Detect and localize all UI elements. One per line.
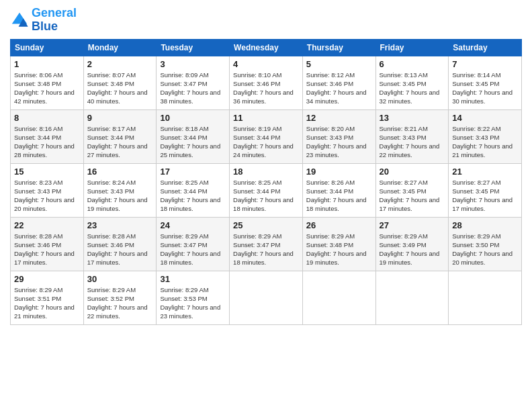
calendar-day-cell: 16Sunrise: 8:24 AMSunset: 3:43 PMDayligh… (83, 163, 157, 217)
calendar-day-cell (302, 271, 375, 324)
calendar-day-cell: 18Sunrise: 8:25 AMSunset: 3:44 PMDayligh… (230, 163, 303, 217)
day-detail: Sunrise: 8:12 AMSunset: 3:46 PMDaylight:… (306, 71, 372, 106)
day-number: 12 (306, 113, 372, 123)
day-detail: Sunrise: 8:23 AMSunset: 3:43 PMDaylight:… (14, 178, 80, 214)
calendar-day-cell: 31Sunrise: 8:29 AMSunset: 3:53 PMDayligh… (157, 271, 230, 324)
calendar-day-cell: 5Sunrise: 8:12 AMSunset: 3:46 PMDaylight… (302, 56, 375, 109)
day-number: 2 (87, 59, 153, 69)
calendar-day-cell: 12Sunrise: 8:20 AMSunset: 3:43 PMDayligh… (302, 109, 375, 163)
day-detail: Sunrise: 8:29 AMSunset: 3:51 PMDaylight:… (14, 285, 80, 321)
calendar-day-cell (375, 271, 449, 324)
calendar-day-cell: 9Sunrise: 8:17 AMSunset: 3:44 PMDaylight… (83, 109, 157, 163)
day-detail: Sunrise: 8:21 AMSunset: 3:43 PMDaylight:… (380, 124, 445, 160)
day-detail: Sunrise: 8:29 AMSunset: 3:52 PMDaylight:… (87, 285, 153, 321)
day-detail: Sunrise: 8:20 AMSunset: 3:43 PMDaylight:… (306, 124, 372, 160)
day-number: 29 (14, 274, 80, 284)
day-number: 13 (380, 113, 445, 123)
day-detail: Sunrise: 8:24 AMSunset: 3:43 PMDaylight:… (87, 178, 153, 214)
calendar-day-cell: 15Sunrise: 8:23 AMSunset: 3:43 PMDayligh… (11, 163, 84, 217)
weekday-header-cell: Wednesday (230, 39, 303, 56)
day-number: 5 (306, 59, 372, 69)
day-detail: Sunrise: 8:06 AMSunset: 3:48 PMDaylight:… (14, 71, 80, 106)
day-number: 24 (160, 220, 226, 230)
calendar-day-cell: 24Sunrise: 8:29 AMSunset: 3:47 PMDayligh… (157, 217, 230, 271)
day-detail: Sunrise: 8:16 AMSunset: 3:44 PMDaylight:… (14, 124, 80, 160)
calendar-day-cell: 1Sunrise: 8:06 AMSunset: 3:48 PMDaylight… (11, 56, 84, 109)
day-number: 23 (87, 220, 153, 230)
day-detail: Sunrise: 8:19 AMSunset: 3:44 PMDaylight:… (233, 124, 299, 160)
calendar-week-row: 22Sunrise: 8:28 AMSunset: 3:46 PMDayligh… (11, 217, 522, 271)
day-number: 20 (380, 167, 445, 177)
calendar-day-cell: 29Sunrise: 8:29 AMSunset: 3:51 PMDayligh… (11, 271, 84, 324)
day-detail: Sunrise: 8:26 AMSunset: 3:44 PMDaylight:… (306, 178, 372, 214)
day-detail: Sunrise: 8:10 AMSunset: 3:46 PMDaylight:… (233, 71, 299, 106)
day-detail: Sunrise: 8:17 AMSunset: 3:44 PMDaylight:… (87, 124, 153, 160)
day-number: 15 (14, 167, 80, 177)
calendar-day-cell: 13Sunrise: 8:21 AMSunset: 3:43 PMDayligh… (375, 109, 449, 163)
calendar-day-cell: 8Sunrise: 8:16 AMSunset: 3:44 PMDaylight… (11, 109, 84, 163)
day-detail: Sunrise: 8:25 AMSunset: 3:44 PMDaylight:… (160, 178, 226, 214)
day-number: 26 (306, 220, 372, 230)
day-number: 30 (87, 274, 153, 284)
day-number: 16 (87, 167, 153, 177)
calendar-day-cell: 14Sunrise: 8:22 AMSunset: 3:43 PMDayligh… (449, 109, 522, 163)
day-number: 28 (452, 220, 518, 230)
day-number: 19 (306, 167, 372, 177)
calendar-day-cell (230, 271, 303, 324)
calendar-day-cell: 25Sunrise: 8:29 AMSunset: 3:47 PMDayligh… (230, 217, 303, 271)
day-number: 7 (452, 59, 518, 69)
weekday-header-cell: Friday (375, 39, 449, 56)
calendar-day-cell: 10Sunrise: 8:18 AMSunset: 3:44 PMDayligh… (157, 109, 230, 163)
logo-icon (10, 11, 29, 30)
calendar-day-cell: 21Sunrise: 8:27 AMSunset: 3:45 PMDayligh… (449, 163, 522, 217)
calendar-week-row: 29Sunrise: 8:29 AMSunset: 3:51 PMDayligh… (11, 271, 522, 324)
day-number: 1 (14, 59, 80, 69)
day-detail: Sunrise: 8:25 AMSunset: 3:44 PMDaylight:… (233, 178, 299, 214)
day-detail: Sunrise: 8:28 AMSunset: 3:46 PMDaylight:… (87, 232, 153, 267)
calendar-day-cell: 17Sunrise: 8:25 AMSunset: 3:44 PMDayligh… (157, 163, 230, 217)
day-detail: Sunrise: 8:27 AMSunset: 3:45 PMDaylight:… (452, 178, 518, 214)
calendar-day-cell: 27Sunrise: 8:29 AMSunset: 3:49 PMDayligh… (375, 217, 449, 271)
calendar-day-cell: 26Sunrise: 8:29 AMSunset: 3:48 PMDayligh… (302, 217, 375, 271)
day-detail: Sunrise: 8:09 AMSunset: 3:47 PMDaylight:… (160, 71, 226, 106)
day-number: 18 (233, 167, 299, 177)
day-detail: Sunrise: 8:28 AMSunset: 3:46 PMDaylight:… (14, 232, 80, 267)
day-number: 25 (233, 220, 299, 230)
day-number: 3 (160, 59, 226, 69)
weekday-header-row: SundayMondayTuesdayWednesdayThursdayFrid… (11, 39, 522, 56)
calendar-day-cell: 2Sunrise: 8:07 AMSunset: 3:48 PMDaylight… (83, 56, 157, 109)
day-detail: Sunrise: 8:29 AMSunset: 3:47 PMDaylight:… (233, 232, 299, 267)
calendar-week-row: 8Sunrise: 8:16 AMSunset: 3:44 PMDaylight… (11, 109, 522, 163)
weekday-header-cell: Saturday (449, 39, 522, 56)
calendar-day-cell: 20Sunrise: 8:27 AMSunset: 3:45 PMDayligh… (375, 163, 449, 217)
day-detail: Sunrise: 8:07 AMSunset: 3:48 PMDaylight:… (87, 71, 153, 106)
calendar-day-cell: 4Sunrise: 8:10 AMSunset: 3:46 PMDaylight… (230, 56, 303, 109)
calendar-day-cell: 6Sunrise: 8:13 AMSunset: 3:45 PMDaylight… (375, 56, 449, 109)
calendar-day-cell: 19Sunrise: 8:26 AMSunset: 3:44 PMDayligh… (302, 163, 375, 217)
weekday-header-cell: Sunday (11, 39, 84, 56)
weekday-header-cell: Thursday (302, 39, 375, 56)
day-number: 21 (452, 167, 518, 177)
day-number: 17 (160, 167, 226, 177)
day-detail: Sunrise: 8:29 AMSunset: 3:50 PMDaylight:… (452, 232, 518, 267)
day-number: 10 (160, 113, 226, 123)
day-detail: Sunrise: 8:27 AMSunset: 3:45 PMDaylight:… (380, 178, 445, 214)
calendar-day-cell: 22Sunrise: 8:28 AMSunset: 3:46 PMDayligh… (11, 217, 84, 271)
calendar-day-cell: 28Sunrise: 8:29 AMSunset: 3:50 PMDayligh… (449, 217, 522, 271)
day-detail: Sunrise: 8:22 AMSunset: 3:43 PMDaylight:… (452, 124, 518, 160)
logo-text: General Blue (32, 7, 77, 34)
day-detail: Sunrise: 8:13 AMSunset: 3:45 PMDaylight:… (380, 71, 445, 106)
day-number: 27 (380, 220, 445, 230)
day-detail: Sunrise: 8:29 AMSunset: 3:53 PMDaylight:… (160, 285, 226, 321)
day-detail: Sunrise: 8:29 AMSunset: 3:47 PMDaylight:… (160, 232, 226, 267)
day-detail: Sunrise: 8:29 AMSunset: 3:49 PMDaylight:… (380, 232, 445, 267)
day-detail: Sunrise: 8:14 AMSunset: 3:45 PMDaylight:… (452, 71, 518, 106)
calendar-day-cell (449, 271, 522, 324)
calendar-day-cell: 3Sunrise: 8:09 AMSunset: 3:47 PMDaylight… (157, 56, 230, 109)
page-container: General Blue SundayMondayTuesdayWednesda… (0, 0, 532, 411)
weekday-header-cell: Monday (83, 39, 157, 56)
calendar-table: SundayMondayTuesdayWednesdayThursdayFrid… (10, 39, 522, 325)
day-number: 11 (233, 113, 299, 123)
calendar-body: 1Sunrise: 8:06 AMSunset: 3:48 PMDaylight… (11, 56, 522, 324)
day-detail: Sunrise: 8:29 AMSunset: 3:48 PMDaylight:… (306, 232, 372, 267)
